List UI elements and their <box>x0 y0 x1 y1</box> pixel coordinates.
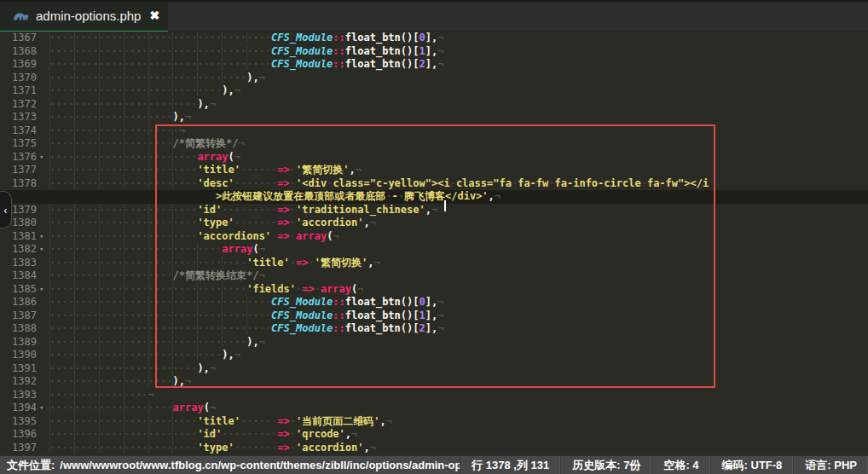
code-text: ····································CFS_… <box>49 58 868 72</box>
line-number: 1373 <box>0 111 39 124</box>
code-text: ················¬ <box>49 389 868 402</box>
fold-spacer <box>39 349 49 362</box>
fold-arrow-icon[interactable]: ▾ <box>39 151 49 165</box>
code-editor[interactable]: 1367····································… <box>0 32 868 455</box>
fold-arrow-icon[interactable]: ▾ <box>39 243 49 257</box>
line-number: 1369 <box>0 58 39 72</box>
code-line[interactable]: 1387····································… <box>0 309 868 323</box>
status-bar: 文件位置: /www/wwwroot/www.tfblog.cn/wp-cont… <box>0 455 868 474</box>
line-number: 1377 <box>0 164 39 177</box>
line-number: 1374 <box>0 124 39 138</box>
code-line[interactable]: 1396························'id'········… <box>0 428 868 442</box>
code-line[interactable]: 1373····················),¬ <box>0 111 868 124</box>
code-line[interactable]: 1393················¬ <box>0 389 868 402</box>
code-text: ························'id'·········=>·… <box>49 204 868 217</box>
tab-bar: admin-options.php ✖ <box>0 0 868 32</box>
code-line[interactable]: 1377························'title'·····… <box>0 164 868 177</box>
language-status[interactable]: 语言: PHP <box>793 456 868 474</box>
history-versions-status[interactable]: 历史版本: 7份 <box>560 456 651 474</box>
line-number: 1384 <box>0 269 39 283</box>
code-text: ························array(¬ <box>49 151 868 165</box>
line-number: 1376 <box>0 151 39 165</box>
code-line[interactable]: 1394▾····················array(¬ <box>0 402 868 415</box>
file-location-label: 文件位置: <box>7 458 55 473</box>
code-line[interactable]: 1367····································… <box>0 32 868 45</box>
line-number: 1395 <box>0 415 39 429</box>
line-number: 1394 <box>0 402 39 415</box>
fold-arrow-icon[interactable]: ▾ <box>39 402 49 415</box>
code-text: ························'accordions'·=>·… <box>49 230 868 244</box>
code-line[interactable]: 1372························),¬ <box>0 98 868 112</box>
code-line[interactable]: 1374·····················¬ <box>0 124 868 138</box>
chevron-left-icon: ‹ <box>3 204 7 217</box>
fold-spacer <box>39 124 49 138</box>
code-line[interactable]: 1376▾························array(¬ <box>0 151 868 165</box>
code-line[interactable]: 1386····································… <box>0 296 868 309</box>
code-line[interactable]: >此按钮建议放置在最顶部或者最底部·-·腾飞博客</div>',¬ <box>0 190 868 204</box>
code-text: ························),¬ <box>49 98 868 112</box>
code-line[interactable]: 1380························'type'······… <box>0 217 868 230</box>
fold-spacer <box>39 98 49 112</box>
code-text: ························'title'······=>·… <box>49 164 868 177</box>
code-line[interactable]: 1383································'tit… <box>0 257 868 270</box>
code-line[interactable]: 1375····················/*简繁转换*/¬ <box>0 137 868 151</box>
code-line[interactable]: 1388····································… <box>0 322 868 336</box>
code-text: ····································CFS_… <box>49 45 868 59</box>
fold-spacer <box>39 309 49 323</box>
fold-spacer <box>39 84 49 98</box>
encoding-status[interactable]: 编码: UTF-8 <box>710 456 794 474</box>
code-line[interactable]: 1381▾························'accordions… <box>0 230 868 244</box>
fold-spacer <box>39 362 49 376</box>
line-number: 1389 <box>0 336 39 350</box>
fold-spacer <box>39 257 49 270</box>
code-text: ····································CFS_… <box>49 296 868 309</box>
code-line[interactable]: 1391························),¬ <box>0 362 868 376</box>
panel-collapse-handle[interactable]: ‹ <box>0 191 12 228</box>
code-text: ································),¬ <box>49 336 868 350</box>
code-line[interactable]: 1384····················/*简繁转换结束*/¬ <box>0 269 868 283</box>
fold-spacer <box>39 204 49 217</box>
line-number: 1383 <box>0 257 39 270</box>
code-line[interactable]: 1371····························),¬ <box>0 84 868 98</box>
code-line[interactable]: 1382▾····························array(¬ <box>0 243 868 257</box>
code-text: ························'title'······=>·… <box>49 415 868 429</box>
tab-close-icon[interactable]: ✖ <box>149 9 159 21</box>
code-line[interactable]: 1379························'id'········… <box>0 204 868 217</box>
code-text: >此按钮建议放置在最顶部或者最底部·-·腾飞博客</div>',¬ <box>49 190 868 204</box>
tab-admin-options[interactable]: admin-options.php ✖ <box>0 2 168 33</box>
code-line[interactable]: 1397························'type'······… <box>0 442 868 455</box>
fold-spacer <box>39 58 49 72</box>
line-number: 1370 <box>0 72 39 85</box>
code-line[interactable]: 1395························'title'·····… <box>0 415 868 429</box>
code-line[interactable]: 1389································),¬ <box>0 336 868 350</box>
code-line[interactable]: 1378························'desc'······… <box>0 177 868 191</box>
code-text: ························'type'·······=>·… <box>49 442 868 455</box>
fold-arrow-icon[interactable]: ▾ <box>39 283 49 297</box>
fold-arrow-icon[interactable]: ▾ <box>39 230 49 244</box>
line-number: 1378 <box>0 177 39 191</box>
code-line[interactable]: 1385▾································'fi… <box>0 283 868 297</box>
code-rows: 1367····································… <box>0 32 868 454</box>
code-text: ····················/*简繁转换结束*/¬ <box>49 269 868 283</box>
fold-spacer <box>39 269 49 283</box>
code-line[interactable]: 1370································),¬ <box>0 72 868 85</box>
line-number: 1386 <box>0 296 39 309</box>
code-text: ····················),¬ <box>49 111 868 124</box>
code-line[interactable]: 1390····························),¬ <box>0 349 868 362</box>
spaces-status[interactable]: 空格: 4 <box>651 456 709 474</box>
code-line[interactable]: 1368····································… <box>0 45 868 59</box>
line-number: 1372 <box>0 98 39 112</box>
code-text: ····················/*简繁转换*/¬ <box>49 137 868 151</box>
code-editor-window: admin-options.php ✖ 1367················… <box>0 0 868 474</box>
code-text: ································),¬ <box>49 72 868 85</box>
file-location: 文件位置: /www/wwwroot/www.tfblog.cn/wp-cont… <box>0 458 460 473</box>
code-text: ························'type'·······=>·… <box>49 217 868 230</box>
fold-spacer <box>39 375 49 389</box>
cursor-position-status: 行 1378 ,列 131 <box>460 456 560 474</box>
line-number: 1368 <box>0 45 39 59</box>
line-number: 1393 <box>0 389 39 402</box>
fold-spacer <box>39 336 49 350</box>
code-line[interactable]: 1392····················),¬ <box>0 375 868 389</box>
line-number: 1375 <box>0 137 39 151</box>
code-line[interactable]: 1369····································… <box>0 58 868 72</box>
